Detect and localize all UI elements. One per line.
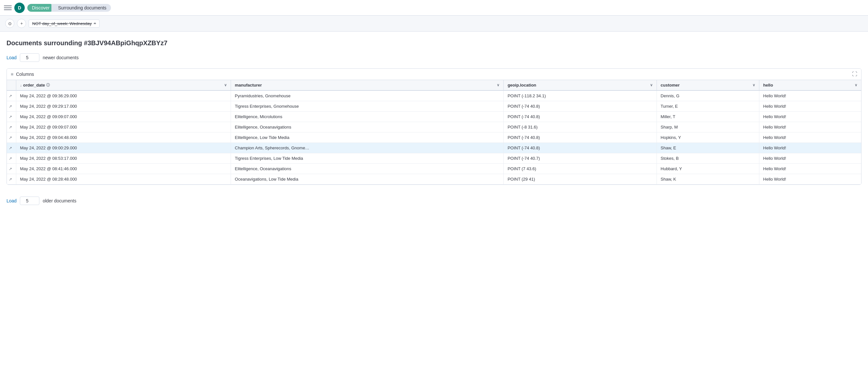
row-customer: Dennis, G	[656, 90, 759, 101]
load-older-link[interactable]: Load	[6, 198, 17, 203]
fullscreen-icon[interactable]: ⛶	[852, 71, 857, 77]
table-row[interactable]: ↗ May 24, 2022 @ 08:53:17.000 Tigress En…	[7, 153, 861, 164]
table-header-row: ↓ order_date ⓘ ∨ manufacturer ∨	[7, 80, 861, 90]
row-customer: Hopkins, Y	[656, 132, 759, 143]
row-order-date: May 24, 2022 @ 09:09:07.000	[16, 122, 231, 132]
table-row[interactable]: ↗ May 24, 2022 @ 09:09:07.000 Elitellige…	[7, 122, 861, 132]
expand-icon[interactable]: ↗	[9, 167, 12, 171]
manufacturer-chevron-icon[interactable]: ∨	[497, 83, 499, 87]
top-nav: D Discover Surrounding documents	[0, 0, 868, 16]
filter-tag-close-icon[interactable]: ×	[94, 21, 96, 26]
table-row[interactable]: ↗ May 24, 2022 @ 09:36:29.000 Pyramidust…	[7, 90, 861, 101]
row-customer: Miller, T	[656, 112, 759, 122]
data-table-container: ≡ Columns ⛶ ↓ order_date ⓘ ∨	[6, 68, 862, 185]
load-older-label: older documents	[42, 198, 76, 203]
table-row[interactable]: ↗ May 24, 2022 @ 09:00:29.000 Champion A…	[7, 143, 861, 153]
th-hello[interactable]: hello ∨	[759, 80, 861, 90]
expand-icon[interactable]: ↗	[9, 136, 12, 140]
filter-bar: ⊙ ＋ NOT day_of_week: Wednesday ×	[0, 16, 868, 32]
row-hello: Hello World!	[759, 132, 861, 143]
row-order-date: May 24, 2022 @ 09:00:29.000	[16, 143, 231, 153]
table-row[interactable]: ↗ May 24, 2022 @ 09:09:07.000 Elitellige…	[7, 112, 861, 122]
table-toolbar: ≡ Columns ⛶	[7, 69, 861, 80]
row-expand-cell[interactable]: ↗	[7, 164, 16, 174]
row-geoip-location: POINT (-118.2 34.1)	[504, 90, 656, 101]
table-scroll-wrapper: ↓ order_date ⓘ ∨ manufacturer ∨	[7, 80, 861, 184]
load-newer-count-input[interactable]	[20, 53, 39, 62]
load-older-count-input[interactable]	[20, 197, 39, 205]
th-expand	[7, 80, 16, 90]
expand-icon[interactable]: ↗	[9, 146, 12, 150]
load-older-row: Load older documents	[6, 191, 862, 206]
th-order-date[interactable]: ↓ order_date ⓘ ∨	[16, 80, 231, 90]
sort-desc-icon: ↓	[20, 83, 22, 87]
order-date-info-icon: ⓘ	[46, 83, 50, 88]
th-customer[interactable]: customer ∨	[656, 80, 759, 90]
row-manufacturer: Oceanavigations, Low Tide Media	[231, 174, 503, 184]
expand-icon[interactable]: ↗	[9, 125, 12, 129]
expand-icon[interactable]: ↗	[9, 104, 12, 109]
main-content: Documents surrounding #3BJV94ABpiGhqpXZB…	[0, 32, 868, 213]
row-manufacturer: Tigress Enterprises, Gnomehouse	[231, 101, 503, 112]
expand-icon[interactable]: ↗	[9, 94, 12, 98]
row-customer: Sharp, M	[656, 122, 759, 132]
row-expand-cell[interactable]: ↗	[7, 90, 16, 101]
row-manufacturer: Tigress Enterprises, Low Tide Media	[231, 153, 503, 164]
avatar: D	[14, 3, 25, 13]
expand-icon[interactable]: ↗	[9, 177, 12, 182]
row-expand-cell[interactable]: ↗	[7, 143, 16, 153]
th-manufacturer[interactable]: manufacturer ∨	[231, 80, 503, 90]
row-manufacturer: Pyramidustries, Gnomehouse	[231, 90, 503, 101]
filter-tag: NOT day_of_week: Wednesday ×	[29, 20, 99, 28]
expand-icon[interactable]: ↗	[9, 115, 12, 119]
expand-icon[interactable]: ↗	[9, 156, 12, 161]
breadcrumb-discover[interactable]: Discover	[27, 4, 54, 12]
row-geoip-location: POINT (-8 31.6)	[504, 122, 656, 132]
row-order-date: May 24, 2022 @ 09:09:07.000	[16, 112, 231, 122]
columns-toggle[interactable]: ≡ Columns	[11, 71, 34, 77]
row-geoip-location: POINT (29 41)	[504, 174, 656, 184]
row-hello: Hello World!	[759, 101, 861, 112]
row-hello: Hello World!	[759, 174, 861, 184]
table-row[interactable]: ↗ May 24, 2022 @ 09:04:48.000 Elitellige…	[7, 132, 861, 143]
row-expand-cell[interactable]: ↗	[7, 174, 16, 184]
load-newer-link[interactable]: Load	[6, 55, 17, 60]
th-geoip-location[interactable]: geoip.location ∨	[504, 80, 656, 90]
row-expand-cell[interactable]: ↗	[7, 132, 16, 143]
row-expand-cell[interactable]: ↗	[7, 101, 16, 112]
row-manufacturer: Elitelligence, Low Tide Media	[231, 132, 503, 143]
row-manufacturer: Elitelligence, Oceanavigations	[231, 122, 503, 132]
row-manufacturer: Elitelligence, Oceanavigations	[231, 164, 503, 174]
order-date-chevron-icon[interactable]: ∨	[224, 83, 227, 87]
columns-icon: ≡	[11, 71, 13, 77]
row-expand-cell[interactable]: ↗	[7, 122, 16, 132]
row-order-date: May 24, 2022 @ 09:29:17.000	[16, 101, 231, 112]
table-row[interactable]: ↗ May 24, 2022 @ 08:28:48.000 Oceanaviga…	[7, 174, 861, 184]
row-expand-cell[interactable]: ↗	[7, 112, 16, 122]
row-order-date: May 24, 2022 @ 08:28:48.000	[16, 174, 231, 184]
filter-options-button[interactable]: ⊙	[5, 19, 14, 28]
row-manufacturer: Elitelligence, Microlutions	[231, 112, 503, 122]
hamburger-icon[interactable]	[4, 4, 12, 12]
table-row[interactable]: ↗ May 24, 2022 @ 09:29:17.000 Tigress En…	[7, 101, 861, 112]
geoip-chevron-icon[interactable]: ∨	[650, 83, 653, 87]
row-geoip-location: POINT (-74 40.8)	[504, 101, 656, 112]
row-customer: Shaw, K	[656, 174, 759, 184]
row-customer: Stokes, B	[656, 153, 759, 164]
row-hello: Hello World!	[759, 122, 861, 132]
row-hello: Hello World!	[759, 164, 861, 174]
breadcrumb-nav: Discover Surrounding documents	[27, 4, 111, 12]
row-expand-cell[interactable]: ↗	[7, 153, 16, 164]
row-hello: Hello World!	[759, 143, 861, 153]
hello-chevron-icon[interactable]: ∨	[855, 83, 857, 87]
row-order-date: May 24, 2022 @ 08:41:46.000	[16, 164, 231, 174]
table-row[interactable]: ↗ May 24, 2022 @ 08:41:46.000 Elitellige…	[7, 164, 861, 174]
row-hello: Hello World!	[759, 90, 861, 101]
customer-chevron-icon[interactable]: ∨	[752, 83, 755, 87]
row-geoip-location: POINT (-74 40.8)	[504, 112, 656, 122]
add-filter-button[interactable]: ＋	[17, 19, 26, 28]
row-order-date: May 24, 2022 @ 09:36:29.000	[16, 90, 231, 101]
row-geoip-location: POINT (7 43.6)	[504, 164, 656, 174]
row-customer: Turner, E	[656, 101, 759, 112]
breadcrumb-surrounding-documents[interactable]: Surrounding documents	[52, 4, 111, 12]
